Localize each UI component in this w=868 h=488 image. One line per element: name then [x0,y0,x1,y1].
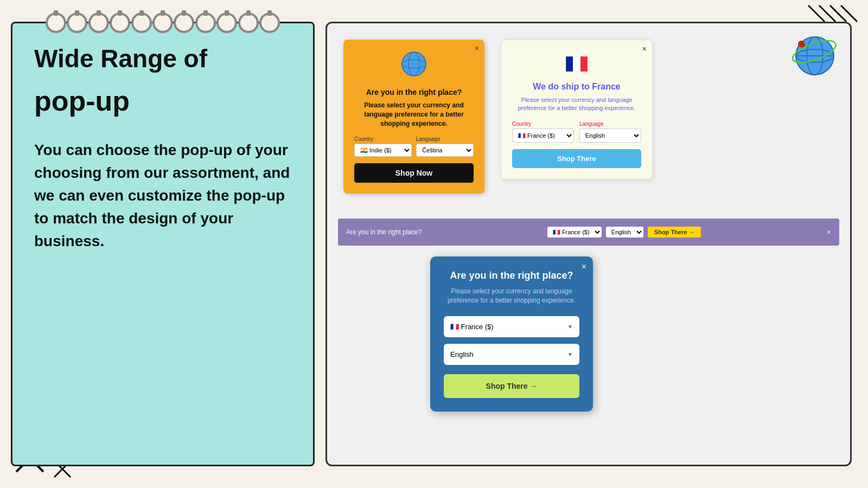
cream-popup-language-select[interactable]: English [579,129,641,143]
svg-point-15 [402,52,426,76]
svg-rect-20 [580,56,588,72]
cream-popup-country-select[interactable]: 🇫🇷 France ($) [512,129,574,143]
notebook-panel: Wide Range of pop-up You can choose the … [11,22,315,466]
cream-popup-shop-button[interactable]: Shop There [512,149,641,168]
blue-popup-language-container: English [444,344,579,365]
orange-popup: × Are you in the right place? Please sel… [343,40,484,194]
ring-4 [110,12,130,33]
orange-popup-subtitle: Please select your currency and language… [354,101,474,128]
orange-popup-language-group: Language Čeština [416,136,474,157]
cream-popup-close-button[interactable]: × [642,44,647,53]
notebook-rings [34,12,291,33]
banner-popup-language-select[interactable]: English [606,227,643,237]
banner-popup-country-select[interactable]: 🇫🇷 France ($) [547,227,602,237]
blue-popup-country-container: 🇫🇷 France ($) [444,316,579,337]
ring-8 [195,12,216,33]
blue-popup-close-button[interactable]: × [582,262,586,272]
orange-popup-country-label: Country [354,136,412,142]
svg-rect-19 [573,56,580,72]
orange-popup-language-select[interactable]: Čeština [416,144,474,157]
ring-7 [174,12,194,33]
cream-popup: × We do ship to France Please select you… [501,40,653,179]
orange-popup-close-button[interactable]: × [475,44,479,53]
banner-popup-close-button[interactable]: × [827,228,831,236]
ring-9 [216,12,237,33]
ring-1 [46,12,66,33]
cream-popup-title: We do ship to France [512,82,641,92]
svg-line-1 [819,5,835,22]
ring-5 [131,12,152,33]
cream-popup-flag-icon [512,54,641,76]
banner-popup-shop-button[interactable]: Shop There → [648,227,701,237]
ring-11 [259,12,280,33]
notebook-title-line1: Wide Range of [34,44,291,74]
svg-rect-18 [566,56,573,72]
blue-popup-title: Are you in the right place? [444,270,579,281]
orange-popup-globe-icon [354,50,474,82]
blue-popup-shop-button[interactable]: Shop There → [444,374,579,398]
orange-popup-title: Are you in the right place? [354,88,474,97]
cream-popup-country-label: Country [512,121,574,127]
blue-popup-language-select[interactable]: English [444,344,579,365]
orange-popup-shop-button[interactable]: Shop Now [354,163,474,183]
blue-popup-country-wrapper: 🇫🇷 France ($) [444,316,579,337]
cream-popup-subtitle: Please select your currency and language… [512,96,641,113]
blue-popup-language-wrapper: English [444,344,579,365]
orange-popup-country-group: Country 🇮🇳 Indie ($) [354,136,412,157]
cream-popup-form-row: Country 🇫🇷 France ($) Language English [512,121,641,143]
ring-6 [152,12,173,33]
orange-popup-form-row: Country 🇮🇳 Indie ($) Language Čeština [354,136,474,157]
banner-popup: Are you in the right place? 🇫🇷 France ($… [338,219,839,246]
banner-popup-controls: 🇫🇷 France ($) English Shop There → [547,227,701,237]
svg-line-2 [830,5,846,22]
blue-popup-subtitle: Please select your currency and language… [444,287,579,305]
cream-popup-language-label: Language [579,121,641,127]
notebook-title-line2: pop-up [34,85,291,117]
svg-line-0 [808,5,825,22]
notebook-body-text: You can choose the pop-up of your choosi… [34,139,291,253]
cream-popup-country-group: Country 🇫🇷 France ($) [512,121,574,143]
ring-2 [67,12,87,33]
ring-10 [238,12,259,33]
orange-popup-language-label: Language [416,136,474,142]
ring-3 [88,12,109,33]
browser-window: × Are you in the right place? Please sel… [326,22,852,466]
globe-decoration-icon [790,29,839,78]
banner-popup-text: Are you in the right place? [346,228,422,236]
blue-popup-country-select[interactable]: 🇫🇷 France ($) [444,316,579,337]
svg-line-3 [841,5,857,22]
blue-popup: × Are you in the right place? Please sel… [430,256,593,412]
cream-popup-language-group: Language English [579,121,641,143]
orange-popup-country-select[interactable]: 🇮🇳 Indie ($) [354,144,412,157]
